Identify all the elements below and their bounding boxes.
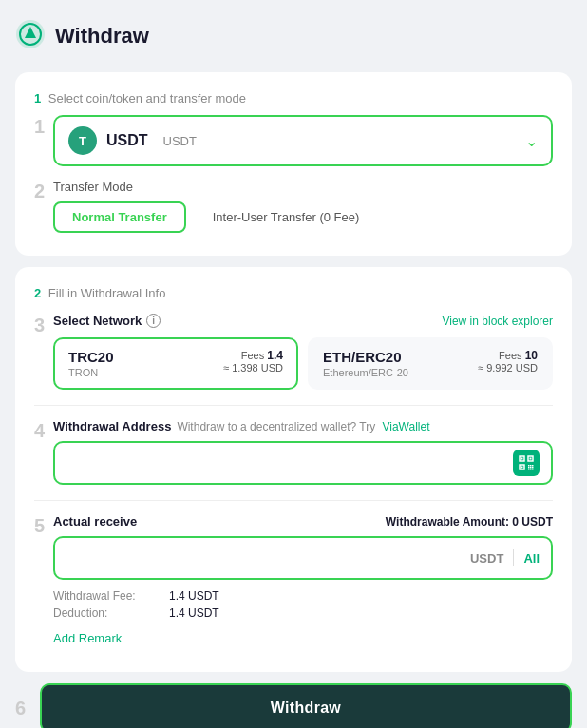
amount-divider (513, 549, 514, 566)
fee-row-2: Deduction: 1.4 USDT (53, 606, 553, 620)
network-erc20-fees-val: 10 (525, 349, 538, 362)
viawallet-link[interactable]: ViaWallet (382, 420, 429, 433)
step5-row: 5 Actual receive Withdrawable Amount: 0 … (34, 514, 553, 645)
step3-row: 3 Select Network i View in block explore… (34, 314, 553, 390)
network-erc20-info: ETH/ERC20 Ethereum/ERC-20 (323, 349, 408, 378)
svg-rect-8 (521, 467, 523, 469)
add-remark-link[interactable]: Add Remark (53, 631, 553, 645)
step2-row: 2 Transfer Mode Normal Transfer Inter-Us… (34, 180, 553, 233)
section1-card: 1 Select coin/token and transfer mode 1 … (15, 72, 572, 256)
address-hint: Withdraw to a decentralized wallet? Try … (177, 420, 429, 433)
svg-rect-17 (532, 469, 534, 470)
amount-currency: USDT (470, 551, 503, 565)
address-wrapper: Withdrawal Address Withdraw to a decentr… (53, 419, 553, 485)
network-trc20-fees: Fees 1.4 ≈ 1.398 USD (223, 349, 283, 374)
withdrawable-amount: Withdrawable Amount: 0 USDT (386, 515, 553, 528)
actual-receive-label: Actual receive (53, 514, 137, 528)
step1-row: 1 T USDT USDT ⌄ (34, 115, 553, 166)
network-options: TRC20 TRON Fees 1.4 ≈ 1.398 USD (53, 337, 553, 390)
svg-rect-11 (532, 465, 534, 467)
transfer-mode-wrapper: Transfer Mode Normal Transfer Inter-User… (53, 180, 553, 233)
withdraw-btn-wrapper: Withdraw (40, 683, 572, 728)
step-number-6: 6 (15, 697, 34, 719)
network-trc20-name: TRC20 (68, 349, 114, 365)
amount-input-wrap: USDT All (53, 536, 553, 580)
step-number-1: 1 (34, 115, 53, 138)
coin-name: USDT (106, 132, 148, 149)
fee-key-2: Deduction: (53, 606, 158, 620)
network-erc20-name: ETH/ERC20 (323, 349, 408, 365)
step-number-5: 5 (34, 514, 53, 537)
network-erc20-inner: ETH/ERC20 Ethereum/ERC-20 Fees 10 ≈ 9.99… (323, 349, 538, 378)
inter-user-transfer-btn[interactable]: Inter-User Transfer (0 Fee) (196, 203, 377, 231)
svg-rect-10 (530, 465, 532, 467)
coin-selector[interactable]: T USDT USDT ⌄ (53, 115, 553, 166)
qr-scan-button[interactable] (513, 450, 540, 476)
network-label: Select Network i (53, 314, 161, 328)
svg-rect-7 (530, 458, 532, 460)
normal-transfer-btn[interactable]: Normal Transfer (53, 201, 186, 233)
fee-val-1: 1.4 USDT (169, 589, 219, 603)
svg-rect-13 (530, 467, 532, 469)
amount-suffix: USDT All (470, 549, 540, 566)
logo-icon (15, 19, 46, 53)
amount-input[interactable] (66, 550, 470, 565)
page-header: Withdraw (15, 19, 572, 53)
step4-row: 4 Withdrawal Address Withdraw to a decen… (34, 419, 553, 485)
network-erc20-sub: Ethereum/ERC-20 (323, 367, 408, 378)
coin-info: T USDT USDT (68, 126, 197, 155)
actual-receive-wrapper: Actual receive Withdrawable Amount: 0 US… (53, 514, 553, 645)
divider-1 (34, 405, 553, 406)
section2-card: 2 Fill in Withdrawal Info 3 Select Netwo… (15, 267, 572, 672)
step-number-4: 4 (34, 419, 53, 442)
network-erc20[interactable]: ETH/ERC20 Ethereum/ERC-20 Fees 10 ≈ 9.99… (308, 337, 553, 390)
network-info-icon[interactable]: i (146, 314, 161, 328)
network-erc20-fees: Fees 10 ≈ 9.992 USD (478, 349, 538, 374)
view-in-explorer-link[interactable]: View in block explorer (442, 315, 553, 328)
address-label: Withdrawal Address Withdraw to a decentr… (53, 419, 553, 433)
step-number-2: 2 (34, 180, 53, 202)
section1-label: 1 Select coin/token and transfer mode (34, 91, 553, 105)
network-trc20-inner: TRC20 TRON Fees 1.4 ≈ 1.398 USD (68, 349, 283, 378)
section2-label: 2 Fill in Withdrawal Info (34, 286, 553, 300)
svg-rect-16 (530, 469, 532, 470)
fee-row-1: Withdrawal Fee: 1.4 USDT (53, 589, 553, 603)
network-erc20-fees-usd: ≈ 9.992 USD (478, 362, 538, 374)
transfer-mode-row: Normal Transfer Inter-User Transfer (0 F… (53, 201, 553, 233)
fee-key-1: Withdrawal Fee: (53, 589, 158, 603)
address-input-wrap (53, 441, 553, 485)
coin-selector-wrapper: T USDT USDT ⌄ (53, 115, 553, 166)
transfer-mode-label: Transfer Mode (53, 180, 553, 194)
network-row-header: Select Network i View in block explorer (53, 314, 553, 328)
fee-rows: Withdrawal Fee: 1.4 USDT Deduction: 1.4 … (53, 589, 553, 620)
divider-2 (34, 500, 553, 501)
all-button[interactable]: All (523, 551, 540, 565)
svg-rect-14 (532, 467, 534, 469)
withdraw-button[interactable]: Withdraw (40, 683, 572, 728)
network-trc20-fees-val: 1.4 (267, 349, 283, 362)
actual-receive-header: Actual receive Withdrawable Amount: 0 US… (53, 514, 553, 528)
svg-rect-6 (521, 458, 523, 460)
network-wrapper: Select Network i View in block explorer … (53, 314, 553, 390)
network-trc20-info: TRC20 TRON (68, 349, 114, 378)
chevron-down-icon: ⌄ (525, 132, 538, 150)
coin-icon: T (68, 126, 97, 155)
network-trc20-sub: TRON (68, 367, 114, 378)
fee-val-2: 1.4 USDT (169, 606, 219, 620)
coin-symbol: USDT (163, 134, 197, 148)
svg-rect-15 (528, 469, 530, 470)
network-trc20[interactable]: TRC20 TRON Fees 1.4 ≈ 1.398 USD (53, 337, 298, 390)
network-erc20-fees-label: Fees 10 (478, 349, 538, 362)
svg-rect-12 (528, 467, 530, 469)
step6-row: 6 Withdraw (15, 683, 572, 728)
page-title: Withdraw (55, 24, 149, 48)
svg-rect-9 (528, 465, 530, 467)
network-trc20-fees-usd: ≈ 1.398 USD (223, 362, 283, 374)
address-input[interactable] (66, 455, 513, 470)
network-trc20-fees-label: Fees 1.4 (223, 349, 283, 362)
step-number-3: 3 (34, 314, 53, 336)
